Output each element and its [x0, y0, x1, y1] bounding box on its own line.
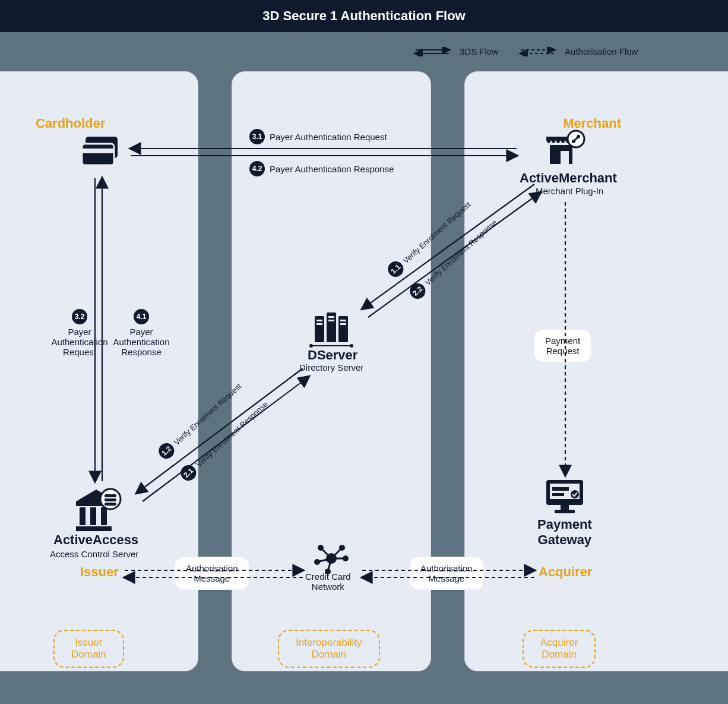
auth-msg-right: Authorisation Message — [410, 557, 483, 589]
node-cardholder: Cardholder — [36, 116, 105, 131]
merchant-product: ActiveMerchant — [520, 171, 617, 186]
node-issuer: Issuer — [80, 564, 119, 580]
payment-request-callout: Payment Request — [534, 330, 591, 362]
flow-3-1: 3.1 Payer Authentication Request — [249, 129, 387, 144]
flow-3-2: 3.2 Payer Authentication Request — [44, 309, 115, 357]
node-acquirer: Acquirer — [539, 564, 592, 580]
tag-interop-domain: Interoperability Domain — [278, 630, 380, 668]
tag-issuer-domain: Issuer Domain — [53, 630, 124, 668]
flow-4-1: 4.1 Payer Authentication Response — [106, 309, 177, 357]
node-gateway: Payment Gateway — [537, 517, 592, 548]
legend: 3DS Flow Authorisation Flow — [411, 46, 638, 56]
tag-acquirer-domain: Acquirer Domain — [523, 630, 596, 668]
page-title: 3D Secure 1 Authentication Flow — [0, 0, 728, 32]
activeaccess-product: ActiveAccess — [53, 532, 138, 548]
dserver-product: DServer — [308, 348, 357, 363]
merchant-sub: Merchant Plug-In — [536, 186, 603, 196]
flow-4-2: 4.2 Payer Authentication Response — [249, 161, 394, 176]
legend-auth: Authorisation Flow — [565, 46, 638, 56]
activeaccess-sub: Access Control Server — [50, 549, 138, 559]
node-merchant: Merchant — [563, 116, 621, 131]
column-acquirer — [464, 71, 728, 671]
auth-msg-left: Authorisation Message — [175, 557, 249, 589]
column-issuer — [0, 71, 198, 671]
legend-3ds: 3DS Flow — [460, 46, 498, 56]
dserver-sub: Directory Server — [299, 362, 363, 372]
node-ccn: Credit Card Network — [305, 572, 351, 592]
